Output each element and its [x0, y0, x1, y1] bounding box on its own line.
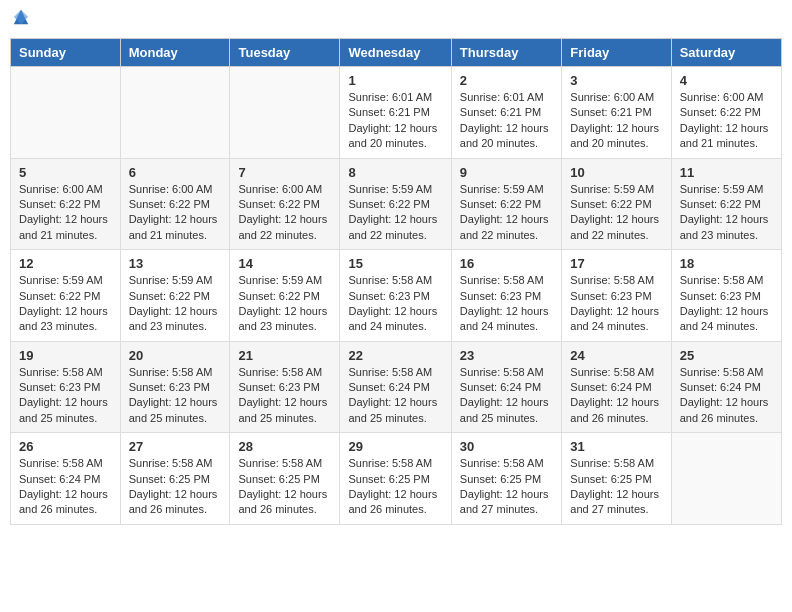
- calendar-week-row: 19 Sunrise: 5:58 AMSunset: 6:23 PMDaylig…: [11, 341, 782, 433]
- day-info: Sunrise: 6:00 AMSunset: 6:22 PMDaylight:…: [680, 91, 769, 149]
- day-info: Sunrise: 6:01 AMSunset: 6:21 PMDaylight:…: [460, 91, 549, 149]
- day-info: Sunrise: 5:58 AMSunset: 6:23 PMDaylight:…: [129, 366, 218, 424]
- calendar-cell: 29 Sunrise: 5:58 AMSunset: 6:25 PMDaylig…: [340, 433, 451, 525]
- calendar-week-row: 12 Sunrise: 5:59 AMSunset: 6:22 PMDaylig…: [11, 250, 782, 342]
- day-number: 9: [460, 165, 553, 180]
- calendar-cell: 12 Sunrise: 5:59 AMSunset: 6:22 PMDaylig…: [11, 250, 121, 342]
- day-info: Sunrise: 5:59 AMSunset: 6:22 PMDaylight:…: [348, 183, 437, 241]
- day-info: Sunrise: 6:00 AMSunset: 6:22 PMDaylight:…: [238, 183, 327, 241]
- calendar-cell: 5 Sunrise: 6:00 AMSunset: 6:22 PMDayligh…: [11, 158, 121, 250]
- calendar-cell: 21 Sunrise: 5:58 AMSunset: 6:23 PMDaylig…: [230, 341, 340, 433]
- day-info: Sunrise: 6:00 AMSunset: 6:22 PMDaylight:…: [19, 183, 108, 241]
- day-number: 14: [238, 256, 331, 271]
- day-number: 30: [460, 439, 553, 454]
- day-info: Sunrise: 5:58 AMSunset: 6:25 PMDaylight:…: [570, 457, 659, 515]
- day-info: Sunrise: 5:58 AMSunset: 6:25 PMDaylight:…: [238, 457, 327, 515]
- day-info: Sunrise: 5:59 AMSunset: 6:22 PMDaylight:…: [570, 183, 659, 241]
- day-number: 3: [570, 73, 662, 88]
- calendar-week-row: 1 Sunrise: 6:01 AMSunset: 6:21 PMDayligh…: [11, 67, 782, 159]
- day-number: 7: [238, 165, 331, 180]
- calendar-week-row: 26 Sunrise: 5:58 AMSunset: 6:24 PMDaylig…: [11, 433, 782, 525]
- day-number: 12: [19, 256, 112, 271]
- calendar-cell: 22 Sunrise: 5:58 AMSunset: 6:24 PMDaylig…: [340, 341, 451, 433]
- calendar-cell: 11 Sunrise: 5:59 AMSunset: 6:22 PMDaylig…: [671, 158, 781, 250]
- day-number: 10: [570, 165, 662, 180]
- calendar-cell: 26 Sunrise: 5:58 AMSunset: 6:24 PMDaylig…: [11, 433, 121, 525]
- calendar-cell: 9 Sunrise: 5:59 AMSunset: 6:22 PMDayligh…: [451, 158, 561, 250]
- day-number: 20: [129, 348, 222, 363]
- calendar-cell: 17 Sunrise: 5:58 AMSunset: 6:23 PMDaylig…: [562, 250, 671, 342]
- day-number: 11: [680, 165, 773, 180]
- calendar-cell: 31 Sunrise: 5:58 AMSunset: 6:25 PMDaylig…: [562, 433, 671, 525]
- day-info: Sunrise: 5:58 AMSunset: 6:24 PMDaylight:…: [680, 366, 769, 424]
- day-number: 22: [348, 348, 442, 363]
- day-number: 6: [129, 165, 222, 180]
- calendar-cell: 19 Sunrise: 5:58 AMSunset: 6:23 PMDaylig…: [11, 341, 121, 433]
- calendar-cell: 6 Sunrise: 6:00 AMSunset: 6:22 PMDayligh…: [120, 158, 230, 250]
- day-number: 16: [460, 256, 553, 271]
- day-number: 17: [570, 256, 662, 271]
- calendar-week-row: 5 Sunrise: 6:00 AMSunset: 6:22 PMDayligh…: [11, 158, 782, 250]
- day-number: 1: [348, 73, 442, 88]
- calendar-cell: 13 Sunrise: 5:59 AMSunset: 6:22 PMDaylig…: [120, 250, 230, 342]
- calendar-cell: 18 Sunrise: 5:58 AMSunset: 6:23 PMDaylig…: [671, 250, 781, 342]
- day-number: 18: [680, 256, 773, 271]
- day-info: Sunrise: 5:58 AMSunset: 6:23 PMDaylight:…: [460, 274, 549, 332]
- day-info: Sunrise: 5:58 AMSunset: 6:25 PMDaylight:…: [129, 457, 218, 515]
- day-number: 25: [680, 348, 773, 363]
- day-info: Sunrise: 5:59 AMSunset: 6:22 PMDaylight:…: [680, 183, 769, 241]
- calendar-cell: 14 Sunrise: 5:59 AMSunset: 6:22 PMDaylig…: [230, 250, 340, 342]
- calendar-cell: 30 Sunrise: 5:58 AMSunset: 6:25 PMDaylig…: [451, 433, 561, 525]
- calendar-cell: 3 Sunrise: 6:00 AMSunset: 6:21 PMDayligh…: [562, 67, 671, 159]
- weekday-header-saturday: Saturday: [671, 39, 781, 67]
- weekday-header-row: SundayMondayTuesdayWednesdayThursdayFrid…: [11, 39, 782, 67]
- day-number: 29: [348, 439, 442, 454]
- day-info: Sunrise: 5:58 AMSunset: 6:23 PMDaylight:…: [348, 274, 437, 332]
- day-number: 23: [460, 348, 553, 363]
- weekday-header-wednesday: Wednesday: [340, 39, 451, 67]
- calendar-table: SundayMondayTuesdayWednesdayThursdayFrid…: [10, 38, 782, 525]
- day-number: 13: [129, 256, 222, 271]
- calendar-cell: [230, 67, 340, 159]
- day-number: 27: [129, 439, 222, 454]
- weekday-header-sunday: Sunday: [11, 39, 121, 67]
- day-info: Sunrise: 5:58 AMSunset: 6:23 PMDaylight:…: [570, 274, 659, 332]
- day-info: Sunrise: 5:59 AMSunset: 6:22 PMDaylight:…: [238, 274, 327, 332]
- calendar-cell: 24 Sunrise: 5:58 AMSunset: 6:24 PMDaylig…: [562, 341, 671, 433]
- calendar-cell: 23 Sunrise: 5:58 AMSunset: 6:24 PMDaylig…: [451, 341, 561, 433]
- calendar-cell: 10 Sunrise: 5:59 AMSunset: 6:22 PMDaylig…: [562, 158, 671, 250]
- day-info: Sunrise: 5:58 AMSunset: 6:23 PMDaylight:…: [19, 366, 108, 424]
- weekday-header-monday: Monday: [120, 39, 230, 67]
- calendar-cell: 27 Sunrise: 5:58 AMSunset: 6:25 PMDaylig…: [120, 433, 230, 525]
- day-info: Sunrise: 5:59 AMSunset: 6:22 PMDaylight:…: [19, 274, 108, 332]
- day-number: 28: [238, 439, 331, 454]
- calendar-cell: 28 Sunrise: 5:58 AMSunset: 6:25 PMDaylig…: [230, 433, 340, 525]
- day-info: Sunrise: 5:58 AMSunset: 6:24 PMDaylight:…: [348, 366, 437, 424]
- weekday-header-friday: Friday: [562, 39, 671, 67]
- day-number: 4: [680, 73, 773, 88]
- day-number: 2: [460, 73, 553, 88]
- day-info: Sunrise: 5:59 AMSunset: 6:22 PMDaylight:…: [129, 274, 218, 332]
- day-info: Sunrise: 5:58 AMSunset: 6:24 PMDaylight:…: [460, 366, 549, 424]
- day-info: Sunrise: 6:00 AMSunset: 6:22 PMDaylight:…: [129, 183, 218, 241]
- calendar-cell: 15 Sunrise: 5:58 AMSunset: 6:23 PMDaylig…: [340, 250, 451, 342]
- calendar-cell: 8 Sunrise: 5:59 AMSunset: 6:22 PMDayligh…: [340, 158, 451, 250]
- day-number: 21: [238, 348, 331, 363]
- weekday-header-thursday: Thursday: [451, 39, 561, 67]
- calendar-cell: 7 Sunrise: 6:00 AMSunset: 6:22 PMDayligh…: [230, 158, 340, 250]
- day-number: 19: [19, 348, 112, 363]
- day-number: 5: [19, 165, 112, 180]
- calendar-cell: [11, 67, 121, 159]
- day-number: 8: [348, 165, 442, 180]
- day-number: 26: [19, 439, 112, 454]
- day-info: Sunrise: 5:58 AMSunset: 6:23 PMDaylight:…: [238, 366, 327, 424]
- page-header: [10, 10, 782, 28]
- day-info: Sunrise: 5:59 AMSunset: 6:22 PMDaylight:…: [460, 183, 549, 241]
- day-info: Sunrise: 6:01 AMSunset: 6:21 PMDaylight:…: [348, 91, 437, 149]
- calendar-cell: 25 Sunrise: 5:58 AMSunset: 6:24 PMDaylig…: [671, 341, 781, 433]
- calendar-cell: 2 Sunrise: 6:01 AMSunset: 6:21 PMDayligh…: [451, 67, 561, 159]
- calendar-cell: [671, 433, 781, 525]
- day-info: Sunrise: 5:58 AMSunset: 6:24 PMDaylight:…: [19, 457, 108, 515]
- logo: [10, 10, 30, 28]
- day-number: 31: [570, 439, 662, 454]
